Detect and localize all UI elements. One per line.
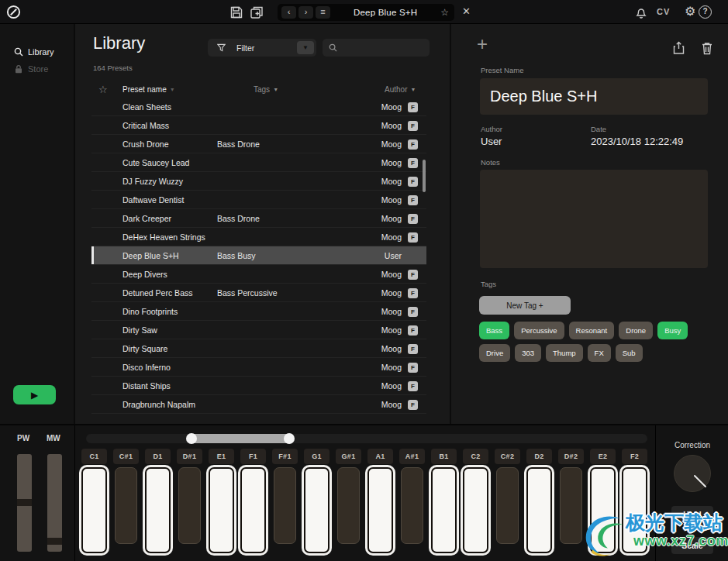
play-button[interactable]: ▶	[13, 385, 56, 404]
pitch-wheel[interactable]	[17, 454, 32, 552]
white-key[interactable]	[622, 467, 647, 553]
save-as-icon[interactable]	[250, 5, 264, 19]
tag-chip[interactable]: Percussive	[514, 322, 564, 339]
white-key[interactable]	[81, 467, 107, 553]
close-icon[interactable]: ✕	[462, 5, 471, 17]
vertical-scrollbar[interactable]	[423, 160, 426, 192]
tag-chip[interactable]: Sub	[616, 344, 643, 362]
key-slot: F#1	[272, 449, 298, 553]
black-key[interactable]	[274, 467, 296, 544]
search-field[interactable]	[323, 39, 430, 57]
white-key[interactable]	[526, 467, 552, 553]
trash-icon[interactable]	[701, 41, 714, 55]
tag-chip[interactable]: Drone	[619, 322, 653, 339]
table-row[interactable]: Dino FootprintsMoogF	[91, 302, 426, 321]
table-row[interactable]: Dragbrunch NapalmMoogF	[91, 395, 426, 414]
key-label: C#1	[113, 449, 139, 464]
favorite-column-icon[interactable]: ☆	[98, 84, 108, 95]
key-slot: D#1	[177, 449, 202, 553]
sidebar-item-store[interactable]: Store	[14, 64, 48, 74]
chevron-down-icon[interactable]: ▼	[297, 41, 314, 54]
white-key[interactable]	[240, 467, 266, 553]
save-icon[interactable]	[229, 5, 243, 19]
column-author[interactable]: Author▼	[385, 85, 416, 94]
add-preset-button[interactable]: +	[477, 33, 488, 55]
tag-chip[interactable]: FX	[588, 344, 611, 362]
white-key[interactable]	[367, 467, 393, 553]
author-label: Author	[481, 125, 502, 133]
table-row[interactable]: Disco InfernoMoogF	[91, 358, 426, 377]
preset-name-field[interactable]: Deep Blue S+H	[480, 78, 708, 115]
table-row[interactable]: DeHex Heaven StringsMoogF	[91, 228, 426, 246]
preset-name-cell: Dirty Square	[122, 344, 217, 353]
tag-chip[interactable]: Drive	[479, 344, 510, 362]
white-key[interactable]	[304, 467, 329, 553]
preset-author-cell: Moog	[372, 270, 408, 279]
mod-wheel[interactable]	[47, 454, 62, 552]
settings-gear-icon[interactable]: ⚙	[685, 4, 695, 19]
filter-dropdown[interactable]: Filter ▼	[208, 39, 316, 57]
next-preset-button[interactable]: ›	[298, 6, 313, 19]
tag-chip[interactable]: 303	[515, 344, 541, 362]
correction-knob[interactable]	[674, 455, 711, 492]
preset-menu-button[interactable]: ≡	[316, 6, 330, 19]
black-key[interactable]	[178, 467, 201, 544]
key-slot: D#2	[558, 449, 584, 553]
column-preset-name[interactable]: Preset name▼	[122, 85, 175, 94]
search-input[interactable]	[342, 43, 444, 52]
help-icon[interactable]: ?	[699, 5, 712, 19]
table-row[interactable]: Dirty SawMoogF	[91, 321, 426, 339]
notes-input[interactable]	[480, 170, 708, 268]
table-row[interactable]: Dark CreeperBass DroneMoogF	[91, 209, 426, 228]
black-key[interactable]	[401, 467, 423, 544]
preset-name-cell: Deep Blue S+H	[122, 251, 217, 260]
table-row[interactable]: Cute Saucey LeadMoogF	[91, 153, 426, 172]
tag-chip[interactable]: Bass	[479, 322, 509, 339]
author-value: User	[481, 136, 502, 147]
white-key[interactable]	[209, 467, 234, 553]
previous-preset-button[interactable]: ‹	[281, 6, 296, 19]
library-panel: Library 164 Presets Filter ▼ ☆ Preset na…	[75, 24, 450, 424]
cv-icon[interactable]: CV	[657, 7, 670, 16]
table-row[interactable]: Deep DiversMoogF	[91, 265, 426, 284]
favorite-icon[interactable]: ☆	[440, 7, 450, 18]
column-tags[interactable]: Tags▼	[254, 85, 278, 94]
table-row[interactable]: Crush DroneBass DroneMoogF	[91, 135, 426, 153]
keyboard-range-thumb[interactable]	[188, 434, 293, 443]
white-key[interactable]	[431, 467, 457, 553]
notifications-bell-icon[interactable]	[634, 5, 648, 19]
tag-chip-list: BassPercussiveResonantDroneBusyDrive303T…	[479, 322, 712, 362]
tag-chip[interactable]: Thump	[546, 344, 583, 362]
table-row[interactable]: Critical MassMoogF	[91, 116, 426, 135]
table-row[interactable]: Dirty SquareMoogF	[91, 339, 426, 358]
preset-name-cell: Detuned Perc Bass	[122, 288, 217, 298]
tag-chip[interactable]: Resonant	[569, 322, 615, 339]
table-row[interactable]: Detuned Perc BassBass PercussiveMoogF	[91, 284, 426, 302]
table-row[interactable]: DJ Fuzzy WuzzyMoogF	[91, 172, 426, 191]
white-key[interactable]	[463, 467, 488, 553]
hold-button[interactable]: Hold	[671, 506, 713, 523]
table-row[interactable]: Distant ShipsMoogF	[91, 377, 426, 395]
black-key[interactable]	[337, 467, 360, 544]
current-preset-title: Deep Blue S+H	[333, 8, 438, 17]
keyboard-range-scrollbar[interactable]	[86, 434, 647, 443]
preset-author-cell: Moog	[372, 214, 408, 223]
white-key[interactable]	[145, 467, 171, 553]
table-row[interactable]: Daftwave DentistMoogF	[91, 191, 426, 209]
white-key[interactable]	[590, 467, 616, 553]
black-key[interactable]	[115, 467, 137, 544]
factory-badge: F	[408, 306, 426, 317]
wheels-block: PW MW	[0, 425, 75, 561]
table-row[interactable]: Deep Blue S+HBass BusyUser	[91, 246, 426, 265]
preset-tags-cell: Bass Busy	[217, 251, 372, 260]
table-row[interactable]: Clean SheetsMoogF	[91, 98, 426, 116]
sidebar-item-library[interactable]: Library	[14, 47, 54, 57]
black-key[interactable]	[560, 467, 582, 544]
share-icon[interactable]	[672, 41, 685, 55]
tag-chip[interactable]: Busy	[657, 322, 688, 339]
new-tag-button[interactable]: New Tag +	[479, 296, 571, 315]
black-key[interactable]	[496, 467, 519, 544]
factory-badge: F	[408, 139, 426, 150]
scale-button[interactable]: Scale	[671, 537, 713, 554]
key-label: A1	[367, 449, 393, 464]
